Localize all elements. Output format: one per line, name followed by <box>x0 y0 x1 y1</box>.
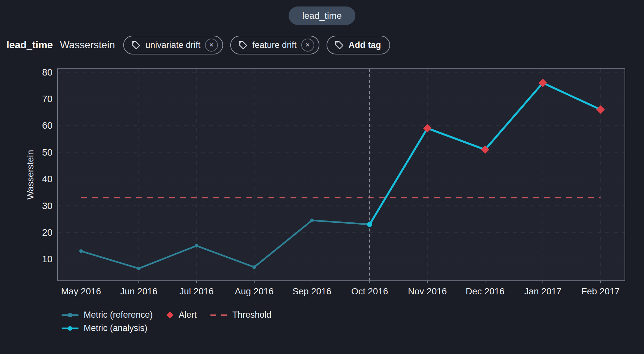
y-tick-label: 50 <box>42 147 53 158</box>
threshold-dash-icon <box>210 312 228 319</box>
x-tick-label: Jun 2016 <box>120 286 157 296</box>
x-tick-label: Jul 2016 <box>179 286 214 296</box>
y-axis-label: Wasserstein <box>25 150 35 199</box>
x-tick-label: May 2016 <box>61 286 101 296</box>
x-tick-label: Dec 2016 <box>466 286 505 296</box>
y-tick-label: 80 <box>42 67 53 77</box>
legend-row: Metric (reference) Alert Threshold <box>61 310 271 320</box>
analysis-line-marker-icon <box>61 325 79 332</box>
legend-label: Threshold <box>233 310 271 320</box>
plot-area <box>57 69 625 281</box>
legend-item-threshold[interactable]: Threshold <box>210 310 271 320</box>
x-tick-label: Sep 2016 <box>292 286 331 296</box>
legend-label: Metric (analysis) <box>84 323 148 333</box>
y-tick-label: 10 <box>42 254 53 264</box>
x-tick-label: Feb 2017 <box>581 286 620 296</box>
reference-point[interactable] <box>310 218 314 222</box>
y-tick-label: 40 <box>42 174 53 184</box>
y-tick-label: 60 <box>42 120 53 131</box>
legend-item-alert[interactable]: Alert <box>166 310 197 320</box>
x-tick-label: Jan 2017 <box>524 286 561 296</box>
x-tick-label: Aug 2016 <box>235 286 274 296</box>
reference-point[interactable] <box>253 265 256 269</box>
analysis-point[interactable] <box>367 222 372 227</box>
y-tick-label: 20 <box>42 227 53 238</box>
reference-point[interactable] <box>195 244 198 248</box>
metric-chart: May 2016Jun 2016Jul 2016Aug 2016Sep 2016… <box>0 0 644 354</box>
y-tick-label: 30 <box>42 201 53 211</box>
chart-legend: Metric (reference) Alert Threshold <box>61 310 271 333</box>
legend-item-analysis[interactable]: Metric (analysis) <box>61 323 148 333</box>
legend-item-reference[interactable]: Metric (reference) <box>61 310 153 320</box>
legend-row: Metric (analysis) <box>61 323 271 333</box>
y-tick-label: 70 <box>42 94 53 104</box>
alert-diamond-icon <box>166 311 174 319</box>
reference-point[interactable] <box>137 267 141 270</box>
legend-label: Metric (reference) <box>84 310 153 320</box>
reference-line-marker-icon <box>61 312 79 319</box>
legend-label: Alert <box>179 310 197 320</box>
x-tick-label: Nov 2016 <box>408 286 447 296</box>
app-window: lead_time lead_time Wasserstein univaria… <box>0 0 644 354</box>
reference-point[interactable] <box>79 249 83 253</box>
x-tick-label: Oct 2016 <box>351 286 388 296</box>
